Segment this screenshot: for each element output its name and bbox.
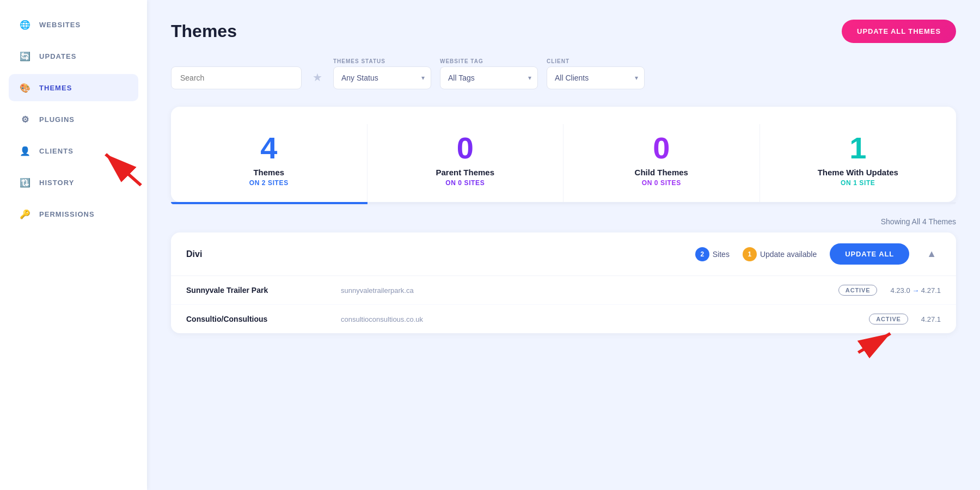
update-all-button[interactable]: UPDATE ALL (830, 243, 909, 265)
theme-name: Divi (186, 249, 682, 259)
history-icon: 🔃 (20, 176, 32, 188)
site-row: Sunnyvale Trailer Park sunnyvaletrailerp… (171, 276, 956, 305)
client-select[interactable]: All Clients (547, 66, 645, 89)
stat-sub: ON 0 SITES (642, 179, 681, 187)
stat-sub: ON 0 SITES (445, 179, 485, 187)
update-count-badge: 1 (743, 247, 757, 261)
sidebar-item-websites[interactable]: 🌐 WEBSITES (9, 11, 138, 38)
themes-icon: 🎨 (20, 82, 32, 94)
sites-count-badge: 2 (695, 247, 709, 261)
stat-number: 0 (653, 133, 670, 163)
theme-group: Divi 2 Sites 1 Update available UPDATE A… (171, 232, 956, 333)
clients-icon: 👤 (20, 145, 32, 157)
stat-label: Themes (253, 168, 284, 177)
client-group: CLIENT All Clients (547, 58, 645, 89)
themes-status-select-wrapper: Any Status (333, 66, 431, 89)
stat-number: 0 (457, 133, 474, 163)
themes-status-group: THEMES STATUS Any Status (333, 58, 431, 89)
sidebar-item-clients[interactable]: 👤 CLIENTS (9, 137, 138, 164)
site-name: Consultio/Consultious (186, 315, 328, 323)
stat-sub: ON 1 SITE (841, 179, 875, 187)
status-badge: ACTIVE (838, 285, 878, 296)
client-label: CLIENT (547, 58, 645, 64)
stats-row: 4 Themes ON 2 SITES 0 Parent Themes ON 0… (171, 107, 956, 202)
sidebar-item-permissions[interactable]: 🔑 PERMISSIONS (9, 200, 138, 228)
chevron-up-button[interactable]: ▲ (922, 246, 941, 262)
main-content: Themes UPDATE ALL THEMES ★ THEMES STATUS… (147, 0, 980, 490)
client-select-wrapper: All Clients (547, 66, 645, 89)
stat-label: Theme With Updates (818, 168, 898, 177)
tabs-progress-bar (171, 202, 956, 204)
sites-label: Sites (713, 250, 730, 259)
theme-groups-container: Divi 2 Sites 1 Update available UPDATE A… (171, 232, 956, 333)
plugins-icon: ⚙ (20, 113, 32, 125)
themes-status-label: THEMES STATUS (333, 58, 431, 64)
tabs-bar-active (171, 202, 367, 204)
theme-header: Divi 2 Sites 1 Update available UPDATE A… (171, 232, 956, 276)
stat-number: 1 (849, 133, 866, 163)
updates-icon: 🔄 (20, 50, 32, 62)
websites-icon: 🌐 (20, 19, 32, 30)
sidebar-item-updates[interactable]: 🔄 UPDATES (9, 42, 138, 70)
stat-card-themes: 4 Themes ON 2 SITES (171, 124, 367, 202)
sidebar: 🌐 WEBSITES 🔄 UPDATES 🎨 THEMES ⚙ PLUGINS … (0, 0, 147, 490)
svg-line-3 (858, 333, 890, 352)
update-badge: 1 Update available (743, 247, 817, 261)
website-tag-select-wrapper: All Tags (440, 66, 538, 89)
sidebar-item-label: CLIENTS (39, 147, 74, 155)
sidebar-item-label: PLUGINS (39, 115, 75, 124)
stat-label: Parent Themes (436, 168, 494, 177)
version-text: 4.23.0 → 4.27.1 (890, 286, 941, 295)
sidebar-item-label: WEBSITES (39, 21, 81, 29)
showing-count: Showing All 4 Themes (881, 217, 956, 226)
permissions-icon: 🔑 (20, 208, 32, 220)
page-title: Themes (171, 21, 237, 41)
sites-badge: 2 Sites (695, 247, 730, 261)
status-badge: ACTIVE (869, 314, 908, 324)
stat-card-theme-with-updates: 1 Theme With Updates ON 1 SITE (760, 124, 957, 202)
sidebar-item-plugins[interactable]: ⚙ PLUGINS (9, 106, 138, 133)
stat-number: 4 (260, 133, 277, 163)
website-tag-select[interactable]: All Tags (440, 66, 538, 89)
stat-card-child-themes: 0 Child Themes ON 0 SITES (564, 124, 760, 202)
sidebar-item-themes[interactable]: 🎨 THEMES (9, 74, 138, 101)
stat-sub: ON 2 SITES (249, 179, 289, 187)
sidebar-item-label: HISTORY (39, 179, 74, 187)
search-input[interactable] (171, 66, 302, 89)
update-all-themes-button[interactable]: UPDATE ALL THEMES (842, 20, 956, 43)
website-tag-group: WEBSITE TAG All Tags (440, 58, 538, 89)
site-url: consultioconsultious.co.uk (341, 315, 856, 323)
themes-status-select[interactable]: Any Status (333, 66, 431, 89)
update-label: Update available (760, 250, 817, 259)
sidebar-item-label: UPDATES (39, 52, 76, 60)
search-group (171, 66, 302, 89)
site-row: Consultio/Consultious consultioconsultio… (171, 305, 956, 333)
favorite-star-button[interactable]: ★ (310, 65, 324, 89)
website-tag-label: WEBSITE TAG (440, 58, 538, 64)
header-row: Themes UPDATE ALL THEMES (171, 20, 956, 43)
version-text: 4.27.1 (921, 315, 941, 323)
sidebar-item-label: PERMISSIONS (39, 210, 95, 218)
site-name: Sunnyvale Trailer Park (186, 286, 328, 295)
sidebar-item-history[interactable]: 🔃 HISTORY (9, 169, 138, 196)
showing-row: Showing All 4 Themes (171, 217, 956, 226)
stat-card-parent-themes: 0 Parent Themes ON 0 SITES (367, 124, 564, 202)
sidebar-item-label: THEMES (39, 84, 72, 92)
stat-label: Child Themes (635, 168, 688, 177)
site-url: sunnyvaletrailerpark.ca (341, 286, 825, 295)
filters-row: ★ THEMES STATUS Any Status WEBSITE TAG A… (171, 58, 956, 89)
